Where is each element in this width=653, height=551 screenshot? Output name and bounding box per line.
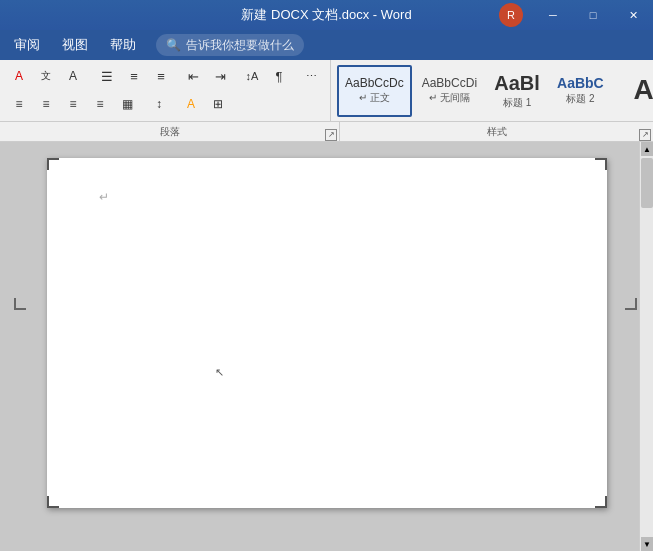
- maximize-button[interactable]: □: [573, 0, 613, 30]
- style-more-preview: A: [634, 73, 653, 107]
- bullet-list-button[interactable]: ☰: [94, 64, 120, 88]
- close-button[interactable]: ✕: [613, 0, 653, 30]
- page-corner-tr: [595, 158, 607, 170]
- border-button[interactable]: ⊞: [205, 92, 231, 116]
- document-page[interactable]: ↵ ↖: [47, 158, 607, 508]
- align-center-button[interactable]: ≡: [33, 92, 59, 116]
- menu-item-help[interactable]: 帮助: [100, 32, 146, 58]
- styles-expand-button[interactable]: ↗: [639, 129, 651, 141]
- align-left-button[interactable]: ≡: [6, 92, 32, 116]
- page-corner-tl: [47, 158, 59, 170]
- title-text: 新建 DOCX 文档.docx - Word: [241, 6, 411, 24]
- style-h2-label: 标题 2: [566, 92, 594, 106]
- scroll-up-arrow[interactable]: ▲: [641, 142, 653, 156]
- toolbar-row: A 文 A ☰ ≡ ≡ ⇤ ⇥ ↕A ¶ ⋯ ≡ ≡ ≡ ≡: [0, 60, 653, 122]
- style-no-spacing-label: ↵ 无间隔: [429, 91, 470, 105]
- style-h2[interactable]: AaBbC 标题 2: [550, 65, 611, 117]
- window-controls: ─ □ ✕: [533, 0, 653, 30]
- more-options-button[interactable]: ⋯: [298, 64, 324, 88]
- page-corner-br: [595, 496, 607, 508]
- styles-section: AaBbCcDc ↵ 正文 AaBbCcDi ↵ 无间隔 AaBl 标题 1 A…: [331, 60, 653, 121]
- style-more[interactable]: A: [614, 65, 653, 117]
- minimize-button[interactable]: ─: [533, 0, 573, 30]
- decrease-indent-button[interactable]: ⇤: [180, 64, 206, 88]
- style-normal-label: ↵ 正文: [359, 91, 390, 105]
- scroll-down-arrow[interactable]: ▼: [641, 537, 653, 551]
- menu-item-review[interactable]: 审阅: [4, 32, 50, 58]
- account-area: R: [499, 0, 523, 30]
- vertical-scrollbar[interactable]: ▲ ▼: [639, 142, 653, 551]
- numbered-list-button[interactable]: ≡: [121, 64, 147, 88]
- scroll-thumb[interactable]: [641, 158, 653, 208]
- font-color-button[interactable]: A: [6, 64, 32, 88]
- multilevel-list-button[interactable]: ≡: [148, 64, 174, 88]
- show-formatting-button[interactable]: ¶: [266, 64, 292, 88]
- highlight-button[interactable]: A: [178, 92, 204, 116]
- menu-item-view[interactable]: 视图: [52, 32, 98, 58]
- align-right-button[interactable]: ≡: [60, 92, 86, 116]
- style-h1[interactable]: AaBl 标题 1: [487, 65, 547, 117]
- increase-indent-button[interactable]: ⇥: [207, 64, 233, 88]
- style-normal-preview: AaBbCcDc: [345, 76, 404, 90]
- style-no-spacing-preview: AaBbCcDi: [422, 76, 477, 90]
- search-box[interactable]: 🔍 告诉我你想要做什么: [156, 34, 304, 56]
- paragraph-mark: ↵: [99, 190, 109, 204]
- page-corner-bl: [47, 496, 59, 508]
- styles-label: 样式 ↗: [340, 122, 653, 142]
- list-tools-group: A 文 A ☰ ≡ ≡ ⇤ ⇥ ↕A ¶ ⋯: [6, 64, 324, 88]
- menu-bar: 审阅 视图 帮助 🔍 告诉我你想要做什么: [0, 30, 653, 60]
- columns-button[interactable]: ▦: [114, 92, 140, 116]
- section-labels: 段落 ↗ 样式 ↗: [0, 122, 653, 142]
- paragraph-section: A 文 A ☰ ≡ ≡ ⇤ ⇥ ↕A ¶ ⋯ ≡ ≡ ≡ ≡: [0, 60, 331, 121]
- justify-button[interactable]: ≡: [87, 92, 113, 116]
- style-h1-preview: AaBl: [494, 71, 540, 95]
- search-placeholder: 告诉我你想要做什么: [186, 37, 294, 54]
- account-icon[interactable]: R: [499, 3, 523, 27]
- search-icon: 🔍: [166, 38, 181, 52]
- font-a-button[interactable]: A: [60, 64, 86, 88]
- title-bar: 新建 DOCX 文档.docx - Word R ─ □ ✕: [0, 0, 653, 30]
- chinese-toggle[interactable]: 文: [33, 64, 59, 88]
- sort-button[interactable]: ↕A: [239, 64, 265, 88]
- cursor-indicator: ↖: [215, 366, 224, 379]
- style-no-spacing[interactable]: AaBbCcDi ↵ 无间隔: [415, 65, 484, 117]
- style-h1-label: 标题 1: [503, 96, 531, 110]
- document-area: ↵ ↖ ▲ ▼: [0, 142, 653, 551]
- paragraph-label: 段落 ↗: [0, 122, 340, 142]
- paragraph-expand-button[interactable]: ↗: [325, 129, 337, 141]
- style-normal[interactable]: AaBbCcDc ↵ 正文: [337, 65, 412, 117]
- line-spacing-button[interactable]: ↕: [146, 92, 172, 116]
- style-h2-preview: AaBbC: [557, 75, 604, 92]
